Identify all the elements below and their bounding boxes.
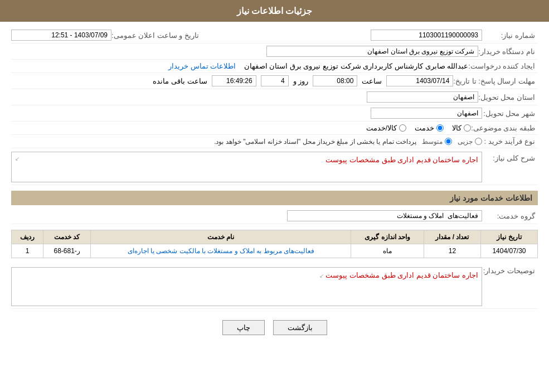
ostan-input [367, 91, 478, 103]
grohe-khadamat-input [287, 210, 482, 221]
sharh-kolli-label: شرح کلی نیاز: [482, 152, 538, 162]
chap-button[interactable]: چاپ [222, 320, 265, 335]
services-section: تاریخ نیاز تعداد / مقدار واحد اندازه گیر… [11, 230, 538, 258]
col-kod: کد خدمت [43, 230, 91, 244]
page-wrapper: جزئیات اطلاعات نیاز شماره نیاز: تاریخ و … [0, 0, 549, 392]
shomare-niaz-input [371, 30, 482, 41]
noe-motavas-radio[interactable] [445, 138, 452, 145]
col-tarikh: تاریخ نیاز [480, 230, 537, 244]
noe-jozi-label: جزیی [458, 138, 473, 146]
ijad-konande-text: عبدالله صابری کارشناس کاربرداری شرکت توز… [244, 62, 469, 70]
tarikh-label: تاریخ و ساعت اعلان عمومی: [111, 31, 205, 40]
sharh-corner-icon: ↙ [15, 156, 20, 162]
saat-label: ساعت [362, 77, 382, 85]
tosifat-corner-icon: ↙ [319, 273, 324, 279]
mohlat-roz-input [261, 75, 289, 86]
mohlat-date-input [386, 75, 453, 86]
cell-tedad: 12 [424, 244, 480, 258]
table-row: 1404/07/30 12 ماه فعالیت‌های مربوط به ام… [12, 244, 538, 258]
sharh-kolli-text: اجاره ساختمان قدیم اداری طبق مشخصات پیوس… [325, 156, 478, 164]
ijad-konande-label: ایجاد کننده درخواست: [468, 62, 538, 70]
tabaqe-row: طبقه بندی موضوعی: کالا خدمت کالا/خدمت [11, 122, 538, 135]
sharh-kolli-value: اجاره ساختمان قدیم اداری طبق مشخصات پیوس… [11, 152, 482, 182]
tabaqe-khadamat-radio[interactable] [436, 124, 444, 132]
mohlat-value: ساعت روز و ساعت باقی مانده [11, 75, 453, 86]
baqi-label: ساعت باقی مانده [153, 77, 207, 85]
tabaqe-khadamat[interactable]: خدمت [415, 124, 444, 132]
main-content: شماره نیاز: تاریخ و ساعت اعلان عمومی: نا… [0, 22, 549, 349]
noe-farayand-note: پرداخت تمام یا بخشی از مبلغ خریداز محل "… [214, 138, 416, 146]
ostan-row: استان محل تحویل: [11, 89, 538, 105]
bazgasht-button[interactable]: بازگشت [273, 320, 327, 335]
ettelaat-tamas-link[interactable]: اطلاعات تماس خریدار [168, 62, 236, 70]
tosifat-text: اجاره ساختمان قدیم اداری طبق مشخصات پیوس… [325, 271, 478, 279]
tosifat-label: توصیحات خریدار: [482, 264, 538, 275]
shahr-input [371, 108, 482, 119]
ostan-value [11, 91, 478, 103]
nam-dastgah-value [11, 46, 478, 57]
cell-tarikh: 1404/07/30 [480, 244, 537, 258]
grohe-khadamat-label: گروه خدمت: [482, 212, 538, 220]
nam-dastgah-label: نام دستگاه خریدار: [478, 47, 538, 56]
cell-kod: ر-681-68 [43, 244, 91, 258]
tosifat-box: اجاره ساختمان قدیم اداری طبق مشخصات پیوس… [11, 267, 482, 306]
ijad-konande-value: عبدالله صابری کارشناس کاربرداری شرکت توز… [11, 62, 468, 70]
page-header: جزئیات اطلاعات نیاز [0, 0, 549, 22]
tabaqe-value: کالا خدمت کالا/خدمت [11, 124, 471, 132]
tabaqe-label: طبقه بندی موضوعی: [471, 124, 538, 132]
sharh-kolli-box: اجاره ساختمان قدیم اداری طبق مشخصات پیوس… [11, 152, 482, 182]
ostan-label: استان محل تحویل: [478, 93, 538, 101]
tarikh-input [11, 30, 111, 41]
sharh-kolli-row: شرح کلی نیاز: اجاره ساختمان قدیم اداری ط… [11, 148, 538, 185]
noe-motavas-label: متوسط [422, 138, 443, 146]
col-tedad: تعداد / مقدار [424, 230, 480, 244]
col-radif: ردیف [12, 230, 43, 244]
col-vahed: واحد اندازه گیری [351, 230, 424, 244]
ijad-konande-row: ایجاد کننده درخواست: عبدالله صابری کارشن… [11, 60, 538, 73]
shomare-niaz-row: شماره نیاز: تاریخ و ساعت اعلان عمومی: [11, 27, 538, 43]
shahr-row: شهر محل تحویل: [11, 105, 538, 122]
tabaqe-khadamat-label: خدمت [415, 124, 434, 132]
noe-farayand-value: جزیی متوسط پرداخت تمام یا بخشی از مبلغ خ… [11, 138, 482, 146]
shahr-label: شهر محل تحویل: [482, 109, 538, 118]
table-header-row: تاریخ نیاز تعداد / مقدار واحد اندازه گیر… [12, 230, 538, 244]
noe-jozi-radio[interactable] [475, 138, 482, 145]
tosifat-value: اجاره ساختمان قدیم اداری طبق مشخصات پیوس… [11, 264, 482, 306]
noe-farayand-row: نوع فرآیند خرید : جزیی متوسط پرداخت تمام… [11, 135, 538, 148]
shomare-niaz-label: شماره نیاز: [482, 31, 538, 40]
cell-vahed: ماه [351, 244, 424, 258]
shomare-niaz-value [205, 30, 482, 41]
col-nam: نام خدمت [91, 230, 351, 244]
buttons-row: بازگشت چاپ [11, 320, 538, 335]
mohlat-label: مهلت ارسال پاسخ: تا تاریخ: [453, 77, 538, 85]
page-title: جزئیات اطلاعات نیاز [237, 6, 313, 16]
grohe-khadamat-value [11, 210, 482, 221]
tabaqe-kala[interactable]: کالا [452, 124, 471, 132]
tabaqe-kala-khadamat-radio[interactable] [399, 124, 406, 132]
services-table: تاریخ نیاز تعداد / مقدار واحد اندازه گیر… [11, 230, 538, 258]
noe-jozi[interactable]: جزیی [458, 138, 482, 146]
tabaqe-kala-khadamat-label: کالا/خدمت [366, 124, 397, 132]
nam-dastgah-row: نام دستگاه خریدار: [11, 43, 538, 60]
mohlat-baqi-input [212, 75, 256, 86]
cell-radif: 1 [12, 244, 43, 258]
tabaqe-kala-radio[interactable] [464, 124, 471, 132]
mohlat-row: مهلت ارسال پاسخ: تا تاریخ: ساعت روز و سا… [11, 73, 538, 89]
tosifat-row: توصیحات خریدار: اجاره ساختمان قدیم اداری… [11, 261, 538, 309]
khadamat-section-title: اطلاعات خدمات مورد نیاز [11, 191, 538, 205]
mohlat-saat-input [313, 75, 357, 86]
shahr-value [11, 108, 482, 119]
roz-label: روز و [293, 77, 309, 85]
tabaqe-kala-khadamat[interactable]: کالا/خدمت [366, 124, 407, 132]
nam-dastgah-input [266, 46, 478, 57]
noe-motavas[interactable]: متوسط [422, 138, 452, 146]
grohe-khadamat-row: گروه خدمت: [11, 208, 538, 224]
tabaqe-kala-label: کالا [452, 124, 461, 132]
tarikh-value [11, 30, 111, 41]
noe-farayand-label: نوع فرآیند خرید : [482, 137, 538, 146]
cell-nam[interactable]: فعالیت‌های مربوط به املاک و مستغلات با م… [91, 244, 351, 258]
